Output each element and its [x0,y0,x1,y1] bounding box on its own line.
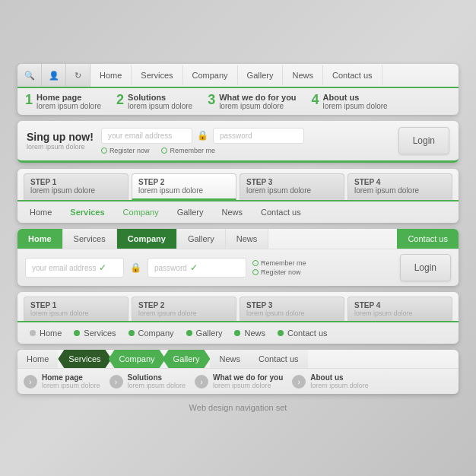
nav4-register[interactable]: Register now [252,268,394,276]
signup-row-2: Register now Remember me [101,147,391,154]
nav1-company[interactable]: Company [183,65,238,85]
nav3-step-4-sub: lorem ipsum dolore [354,186,446,195]
lock-icon: 🔒 [197,130,208,141]
nav6-services[interactable]: Services [58,350,111,368]
nav1-links: Home Services Company Gallery News Conta… [90,65,459,85]
nav4-gallery[interactable]: Gallery [177,229,226,249]
register-dot[interactable] [252,269,259,275]
nav5-services[interactable]: Services [68,326,122,340]
navbar-1-top: 🔍 👤 ↻ Home Services Company Gallery News… [17,64,459,88]
nav4-news[interactable]: News [226,229,269,249]
register-radio[interactable] [101,148,107,154]
nav6-item-1-title: Home page [42,373,100,382]
nav5-step-1[interactable]: STEP 1 lorem ipsum dolore [24,297,129,321]
nav6-contact[interactable]: Contact us [249,350,308,368]
nav6-company[interactable]: Company [109,350,166,368]
nav4-email[interactable]: your email address ✓ [25,258,124,278]
password-placeholder: password [220,132,297,140]
email-input[interactable]: your email address [101,128,192,144]
nav5-contact-dot [278,330,284,336]
nav5-step-4-title: STEP 4 [354,301,446,309]
nav5-step-3[interactable]: STEP 3 lorem ipsum dolore [240,297,344,321]
nav4-remember[interactable]: Remember me [252,259,394,267]
nav4-company[interactable]: Company [117,229,177,249]
nav3-steps: STEP 1 lorem ipsum dolore STEP 2 lorem i… [17,169,459,200]
remember-radio[interactable] [161,148,167,154]
nav5-company[interactable]: Company [122,326,180,340]
nav5-steps: STEP 1 lorem ipsum dolore STEP 2 lorem i… [17,292,459,321]
nav3-news[interactable]: News [219,206,246,218]
nav5-step-4[interactable]: STEP 4 lorem ipsum dolore [347,297,452,321]
nav1-services[interactable]: Services [132,65,182,85]
nav4-lock-icon: 🔒 [130,262,141,273]
nav6-item-2: › Solutions lorem ipsum dolore [109,373,186,389]
arrow-icon-3: › [195,375,208,389]
nav1-gallery[interactable]: Gallery [238,65,284,85]
nav3-step-2[interactable]: STEP 2 lorem ipsum dolore [132,173,236,200]
nav6-gallery[interactable]: Gallery [163,350,211,368]
register-label[interactable]: Register now [101,147,150,154]
step-4-title: About us [323,93,388,102]
nav4-services[interactable]: Services [63,229,117,249]
nav6-bottom: › Home page lorem ipsum dolore › Solutio… [17,368,459,394]
nav6-item-1-text: Home page lorem ipsum dolore [42,373,100,389]
nav3-contact[interactable]: Contact us [258,206,304,218]
nav3-step-4[interactable]: STEP 4 lorem ipsum dolore [347,173,452,200]
arrow-icon-2: › [109,375,123,389]
nav3-step-3[interactable]: STEP 3 lorem ipsum dolore [240,173,344,200]
nav3-gallery[interactable]: Gallery [174,206,207,218]
nav1-news[interactable]: News [283,65,323,85]
nav6-item-3-title: What we do for you [213,373,283,382]
nav6-item-3-text: What we do for you lorem ipsum dolore [213,373,283,389]
nav6-item-4-text: About us lorem ipsum dolore [310,373,369,389]
nav5-home[interactable]: Home [24,326,68,340]
login-button[interactable]: Login [398,127,449,154]
nav6-news[interactable]: News [210,350,249,368]
step-3: 3 What we do for you lorem ipsum dolore [208,93,296,110]
search-icon[interactable]: 🔍 [17,64,42,87]
nav4-password[interactable]: password ✓ [148,258,246,278]
nav5-step-2[interactable]: STEP 2 lorem ipsum dolore [132,297,236,321]
step-2-content: Solutions lorem ipsum dolore [128,93,192,110]
navbar-6: Home Services Company Gallery News Conta… [17,350,459,394]
nav6-item-4-sub: lorem ipsum dolore [310,382,369,389]
nav3-step-1-sub: lorem ipsum dolore [30,186,122,195]
step-1-num: 1 [25,93,33,106]
signup-sub: lorem ipsum dolore [27,143,94,151]
step-1: 1 Home page lorem ipsum dolore [25,93,101,110]
nav3-step-1[interactable]: STEP 1 lorem ipsum dolore [24,173,129,200]
nav6-home[interactable]: Home [17,350,58,368]
nav5-news[interactable]: News [228,326,271,340]
password-input[interactable]: password [213,128,304,144]
remember-dot[interactable] [252,260,259,266]
nav6-item-1: › Home page lorem ipsum dolore [24,373,100,389]
nav1-icon-group: 🔍 👤 ↻ [17,64,90,87]
footer-label: Web design navigation set [17,403,459,412]
nav3-step-3-sub: lorem ipsum dolore [246,186,338,195]
nav4-contact[interactable]: Contact us [397,229,459,249]
refresh-icon[interactable]: ↻ [66,64,90,87]
nav6-top: Home Services Company Gallery News Conta… [17,350,459,368]
signup-row-1: your email address 🔒 password [101,128,391,144]
remember-label[interactable]: Remember me [161,147,215,154]
signup-fields: your email address 🔒 password Register n… [101,128,391,154]
nav4-home[interactable]: Home [17,229,63,249]
nav4-login-button[interactable]: Login [400,254,451,281]
navbar-5: STEP 1 lorem ipsum dolore STEP 2 lorem i… [17,292,459,344]
nav6-item-4-title: About us [310,373,369,382]
signup-text: Sing up now! lorem ipsum dolore [27,131,94,151]
nav3-step-1-title: STEP 1 [30,178,122,186]
nav1-contact[interactable]: Contact us [323,65,382,85]
nav5-gallery[interactable]: Gallery [180,326,229,340]
nav3-services[interactable]: Services [67,206,107,218]
nav3-home[interactable]: Home [27,206,55,218]
user-icon[interactable]: 👤 [42,64,66,87]
nav1-home[interactable]: Home [90,65,132,85]
nav3-company[interactable]: Company [120,206,162,218]
nav4-top: Home Services Company Gallery News Conta… [17,229,459,249]
nav6-item-4: › About us lorem ipsum dolore [292,373,369,389]
step-1-content: Home page lorem ipsum dolore [36,93,101,110]
nav3-step-4-title: STEP 4 [354,178,446,186]
nav5-contact[interactable]: Contact us [271,326,334,340]
nav6-item-2-title: Solutions [128,373,186,382]
